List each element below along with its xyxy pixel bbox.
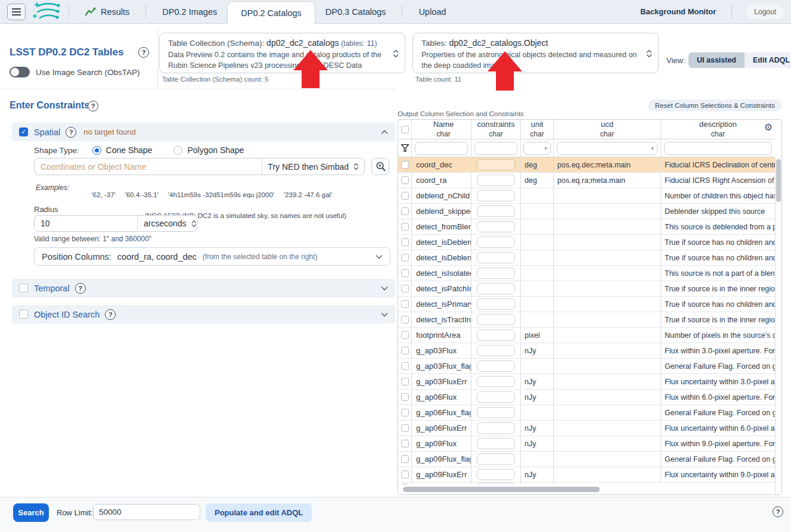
constraint-input[interactable] [477, 345, 515, 356]
objectid-help-icon[interactable]: ? [105, 309, 116, 320]
tab-results[interactable]: Results [75, 0, 139, 24]
reset-columns-button[interactable]: Reset Column Selections & Constraints [648, 99, 782, 111]
row-checkbox[interactable] [401, 362, 409, 370]
horizontal-scrollbar-thumb[interactable] [403, 487, 600, 492]
filter-constraints-input[interactable] [474, 142, 517, 155]
constraint-input[interactable] [477, 329, 515, 341]
row-checkbox[interactable] [401, 331, 409, 339]
spatial-help-icon[interactable]: ? [66, 127, 76, 138]
view-edit-adql-button[interactable]: Edit ADQL [745, 52, 791, 68]
select-all-checkbox[interactable] [401, 126, 409, 133]
row-checkbox[interactable] [401, 424, 409, 432]
polygon-shape-label[interactable]: Polygon Shape [187, 145, 244, 155]
spatial-section-header[interactable]: Spatial ? no target found [12, 123, 395, 141]
tables-select-box[interactable]: Tables: dp02_dc2_catalogs.Object Propert… [412, 33, 659, 73]
vertical-scrollbar[interactable] [775, 157, 781, 494]
constraint-input[interactable] [477, 267, 515, 279]
filter-funnel-icon[interactable] [401, 144, 409, 152]
constraint-input[interactable] [477, 159, 515, 170]
schema-select-box[interactable]: Table Collection (Schema): dp02_dc2_cata… [159, 33, 405, 73]
constraint-input[interactable] [477, 252, 515, 263]
constraint-input[interactable] [477, 206, 515, 217]
filter-name-input[interactable] [415, 142, 468, 155]
tab-dp02-catalogs[interactable]: DP0.2 Catalogs [227, 1, 315, 24]
constraint-input[interactable] [477, 237, 515, 248]
header-ucd[interactable]: ucd char [554, 120, 661, 139]
header-description[interactable]: description char [661, 120, 775, 139]
constraint-input[interactable] [477, 391, 515, 403]
menu-icon[interactable] [7, 4, 26, 20]
polygon-shape-radio[interactable] [173, 146, 182, 155]
row-checkbox[interactable] [401, 409, 409, 416]
row-checkbox[interactable] [401, 393, 409, 401]
temporal-label[interactable]: Temporal [34, 284, 70, 293]
header-constraints[interactable]: constraints char [472, 120, 521, 139]
row-checkbox[interactable] [401, 269, 409, 277]
resolver-select[interactable]: Try NED then Simbad [262, 158, 364, 175]
horizontal-scrollbar[interactable] [398, 484, 775, 494]
temporal-help-icon[interactable]: ? [75, 283, 86, 294]
spatial-checkbox[interactable] [19, 127, 28, 136]
view-ui-assisted-button[interactable]: UI assisted [688, 52, 745, 68]
radius-input[interactable] [35, 219, 137, 228]
row-checkbox[interactable] [401, 347, 409, 354]
coordinates-input[interactable] [35, 162, 262, 172]
objectid-label[interactable]: Object ID Search [34, 310, 100, 319]
search-button[interactable]: Search [13, 503, 49, 522]
background-monitor-button[interactable]: Background Monitor [631, 7, 725, 16]
row-checkbox[interactable] [401, 238, 409, 246]
row-checkbox[interactable] [401, 300, 409, 308]
row-checkbox[interactable] [401, 161, 409, 169]
constraint-input[interactable] [477, 360, 515, 372]
vertical-scrollbar-thumb[interactable] [776, 159, 781, 202]
tab-dp03-catalogs[interactable]: DP0.3 Catalogs [315, 0, 396, 24]
row-checkbox[interactable] [401, 455, 409, 463]
row-checkbox[interactable] [401, 254, 409, 262]
temporal-section-header[interactable]: Temporal ? [12, 279, 395, 297]
row-checkbox[interactable] [401, 192, 409, 200]
filter-ucd-dropdown[interactable]: ▾ [557, 142, 657, 155]
row-checkbox[interactable] [401, 223, 409, 231]
constraint-input[interactable] [477, 438, 515, 449]
row-limit-input[interactable] [93, 504, 200, 520]
cone-shape-label[interactable]: Cone Shape [106, 145, 153, 155]
constraint-input[interactable] [477, 283, 515, 294]
table-settings-gear-icon[interactable]: ⚙ [764, 123, 773, 132]
constraint-input[interactable] [477, 469, 515, 480]
filter-description-input[interactable] [664, 142, 772, 155]
enter-constraints-help-icon[interactable]: ? [88, 101, 98, 111]
filter-unit-dropdown[interactable]: ▾ [523, 142, 551, 155]
image-search-toggle[interactable]: Use Image Search (ObsTAP) [10, 67, 140, 77]
constraint-input[interactable] [477, 407, 515, 418]
logout-button[interactable]: Logout [746, 5, 784, 19]
row-checkbox[interactable] [401, 316, 409, 323]
tab-dp02-images[interactable]: DP0.2 Images [152, 0, 227, 24]
constraint-input[interactable] [477, 453, 515, 465]
row-checkbox[interactable] [401, 440, 409, 447]
temporal-checkbox[interactable] [19, 284, 28, 293]
constraint-input[interactable] [477, 298, 515, 310]
row-checkbox[interactable] [401, 176, 409, 184]
constraint-input[interactable] [477, 422, 515, 434]
target-search-button[interactable] [371, 158, 389, 175]
row-checkbox[interactable] [401, 378, 409, 385]
row-checkbox[interactable] [401, 471, 409, 478]
title-help-icon[interactable]: ? [138, 47, 149, 58]
objectid-checkbox[interactable] [19, 310, 28, 319]
constraint-input[interactable] [477, 175, 515, 186]
constraint-input[interactable] [477, 221, 515, 232]
collapse-icon[interactable] [381, 130, 388, 135]
row-checkbox[interactable] [401, 207, 409, 215]
cone-shape-radio[interactable] [92, 146, 101, 155]
constraint-input[interactable] [477, 314, 515, 325]
position-columns-panel[interactable]: Position Columns: coord_ra, coord_dec (f… [34, 247, 390, 266]
expand-icon[interactable] [381, 286, 388, 291]
populate-adql-button[interactable]: Populate and edit ADQL [206, 503, 312, 522]
header-name[interactable]: Name char [412, 120, 472, 139]
toggle-switch[interactable] [10, 67, 30, 77]
tab-upload[interactable]: Upload [408, 0, 456, 24]
header-unit[interactable]: unit char [521, 120, 554, 139]
expand-icon[interactable] [381, 312, 388, 317]
objectid-section-header[interactable]: Object ID Search ? [12, 305, 395, 323]
radius-unit-select[interactable]: arcseconds [137, 216, 203, 231]
